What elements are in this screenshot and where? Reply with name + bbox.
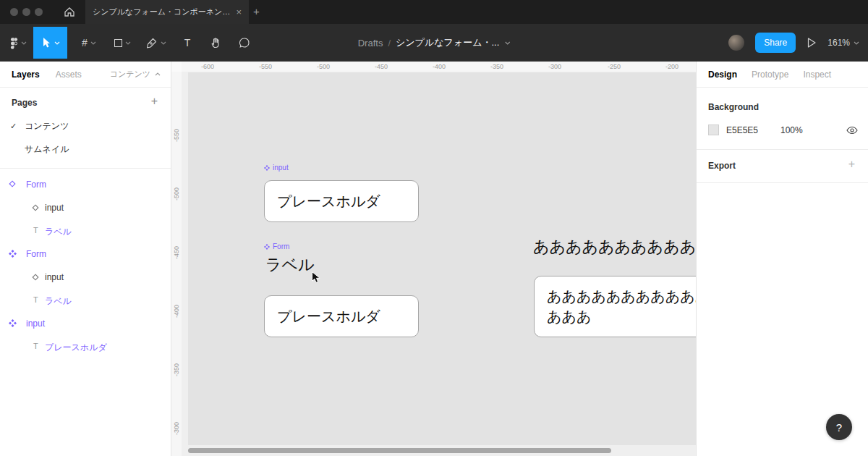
- horizontal-scrollbar[interactable]: [188, 448, 611, 453]
- frame-label-text: input: [273, 164, 289, 172]
- page-selector[interactable]: コンテンツ: [110, 69, 161, 80]
- canvas-input-field-1[interactable]: プレースホルダ: [264, 180, 419, 222]
- layer-row-label-text[interactable]: T ラベル: [0, 219, 171, 242]
- right-panel-tabs: Design Prototype Inspect: [697, 62, 868, 88]
- layer-label: ラベル: [45, 295, 72, 308]
- layer-label: input: [45, 203, 64, 213]
- layer-row-label-text[interactable]: T ラベル: [0, 289, 171, 312]
- ruler-tick-label: -300: [173, 414, 180, 443]
- tab-design[interactable]: Design: [708, 69, 737, 80]
- layer-label: ラベル: [45, 226, 72, 238]
- layer-label: Form: [26, 180, 46, 190]
- home-button[interactable]: [61, 4, 78, 20]
- chevron-down-icon: [54, 41, 60, 45]
- move-tool-button[interactable]: [33, 27, 67, 59]
- document-tab[interactable]: シンプルなフォーム・コンポーネント ×: [85, 0, 249, 24]
- canvas-overflow-label-text[interactable]: ああああああああああああ: [533, 236, 696, 258]
- page-label: コンテンツ: [25, 120, 69, 132]
- mouse-cursor-icon: [311, 271, 322, 284]
- background-opacity-value[interactable]: 100%: [780, 125, 803, 135]
- frame-label-text: Form: [273, 242, 289, 250]
- placeholder-text: プレースホルダ: [277, 192, 380, 211]
- background-color-swatch[interactable]: [708, 124, 719, 135]
- export-section-header: Export: [708, 161, 736, 171]
- background-hex-value[interactable]: E5E5E5: [726, 125, 758, 135]
- layers-panel: Layers Assets コンテンツ Pages + ✓ コンテンツ サムネイ…: [0, 62, 171, 456]
- design-panel: Design Prototype Inspect Background E5E5…: [696, 62, 868, 456]
- ruler-tick-label: -550: [173, 121, 180, 150]
- share-button[interactable]: Share: [755, 33, 796, 53]
- canvas-input-field-2[interactable]: プレースホルダ: [264, 295, 419, 337]
- help-button[interactable]: ?: [826, 414, 852, 440]
- ruler-tick-label: -450: [367, 63, 396, 70]
- chevron-down-icon: [161, 41, 166, 45]
- text-tool-icon: T: [184, 37, 191, 48]
- breadcrumb-drafts-link[interactable]: Drafts: [358, 38, 383, 48]
- tab-prototype[interactable]: Prototype: [752, 69, 788, 80]
- canvas-form-label-text[interactable]: ラベル: [265, 254, 315, 276]
- divider: [697, 149, 868, 150]
- layer-row-placeholder-text[interactable]: T プレースホルダ: [0, 335, 171, 358]
- ruler-tick-label: -350: [173, 355, 180, 384]
- layer-row-form-instance[interactable]: Form: [0, 173, 171, 196]
- breadcrumb-file-name[interactable]: シンプルなフォーム・...: [396, 36, 499, 49]
- user-avatar[interactable]: [728, 35, 744, 51]
- comment-tool-button[interactable]: [233, 24, 255, 62]
- tab-close-icon[interactable]: ×: [236, 7, 242, 17]
- window-close-button[interactable]: [10, 8, 18, 16]
- frame-tool-button[interactable]: #: [75, 24, 103, 62]
- background-section-header: Background: [708, 102, 759, 112]
- chevron-down-icon[interactable]: [504, 41, 510, 45]
- add-page-button[interactable]: +: [151, 95, 158, 108]
- layer-row-input-instance[interactable]: input: [0, 196, 171, 219]
- canvas-frame-label-input[interactable]: input: [264, 164, 289, 172]
- ruler-tick-label: -600: [193, 63, 222, 70]
- tab-assets[interactable]: Assets: [56, 69, 82, 80]
- instance-diamond-icon: [9, 180, 16, 187]
- placeholder-text: プレースホルダ: [277, 307, 380, 326]
- page-background[interactable]: [188, 72, 696, 445]
- page-label: サムネイル: [25, 143, 69, 156]
- figma-app-window: シンプルなフォーム・コンポーネント × + #: [0, 0, 868, 456]
- divider: [0, 168, 171, 169]
- canvas-overflow-input-field[interactable]: あああああああああああああ あああ: [534, 276, 696, 337]
- pen-tool-button[interactable]: [142, 24, 170, 62]
- add-export-button[interactable]: +: [848, 158, 855, 171]
- layer-label: プレースホルダ: [45, 342, 107, 354]
- home-icon: [64, 7, 75, 17]
- check-icon: ✓: [10, 122, 17, 131]
- frame-tool-icon: #: [82, 37, 88, 48]
- main-menu-button[interactable]: [6, 24, 30, 62]
- canvas-frame-label-form[interactable]: Form: [264, 242, 289, 250]
- layer-row-form-component[interactable]: Form: [0, 242, 171, 266]
- text-tool-button[interactable]: T: [178, 24, 197, 62]
- divider: [697, 182, 868, 183]
- comment-bubble-icon: [238, 37, 250, 48]
- ruler-tick-label: -400: [173, 297, 180, 326]
- chevron-down-icon: [854, 41, 859, 45]
- figma-logo-icon: [10, 37, 18, 49]
- layer-row-input-component[interactable]: input: [0, 312, 171, 335]
- tab-layers[interactable]: Layers: [12, 69, 40, 80]
- visibility-eye-icon[interactable]: [846, 126, 858, 135]
- component-icon: [264, 244, 270, 250]
- main-toolbar: # T Drafts / シンプルなフォーム・... Sha: [0, 24, 868, 62]
- new-tab-button[interactable]: +: [253, 5, 260, 17]
- canvas[interactable]: -600 -550 -500 -450 -400 -350 -300 -250 …: [171, 62, 696, 456]
- zoom-menu[interactable]: 161%: [827, 38, 859, 48]
- hand-tool-button[interactable]: [205, 24, 227, 62]
- overflow-line-2: あああ: [547, 306, 696, 326]
- page-item-contents[interactable]: ✓ コンテンツ: [0, 116, 171, 136]
- tab-inspect[interactable]: Inspect: [803, 69, 831, 80]
- shape-tool-button[interactable]: [109, 24, 136, 62]
- page-item-thumbnail[interactable]: サムネイル: [0, 139, 171, 159]
- component-icon: [264, 165, 270, 171]
- breadcrumb-separator: /: [388, 38, 391, 48]
- component-icon: [9, 250, 17, 258]
- window-zoom-button[interactable]: [35, 8, 43, 16]
- layer-row-input-instance[interactable]: input: [0, 266, 171, 289]
- move-cursor-icon: [41, 36, 52, 49]
- present-play-icon[interactable]: [807, 37, 817, 48]
- window-minimize-button[interactable]: [22, 8, 30, 16]
- ruler-tick-label: -300: [540, 63, 569, 70]
